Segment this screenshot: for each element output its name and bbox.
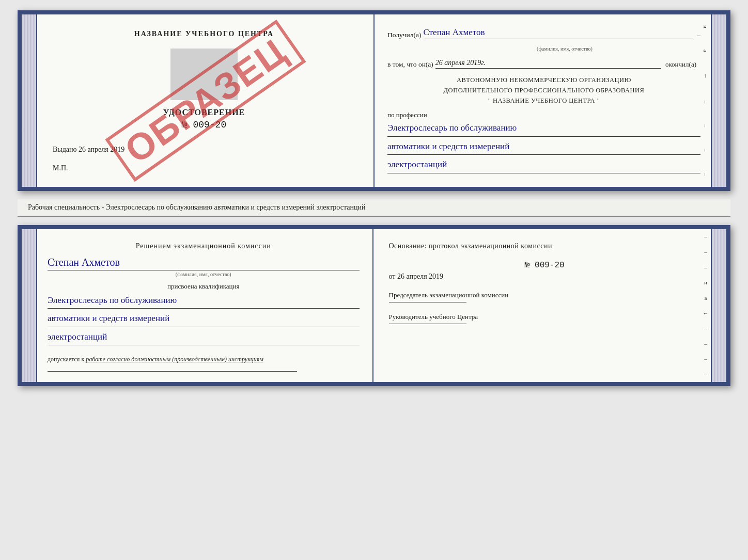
org-text: АВТОНОМНУЮ НЕКОММЕРЧЕСКУЮ ОРГАНИЗАЦИЮ ДО…	[387, 75, 700, 106]
right-page-top: Получил(а) Степан Ахметов – (фамилия, им…	[375, 14, 711, 187]
certificate-label: УДОСТОВЕРЕНИЕ	[48, 108, 361, 117]
certificate-number: № 009-20	[48, 120, 361, 130]
bottom-right-page: Основание: протокол экзаменационной коми…	[373, 229, 711, 382]
side-marks-bottom: – – – и а ← – – – –	[700, 229, 711, 382]
profession-label: по профессии	[387, 111, 700, 119]
received-name: Степан Ахметов	[424, 27, 693, 39]
obrazec-stamp: ОБРАЗЕЦ	[105, 20, 306, 182]
issued-line: Выдано 26 апреля 2019	[48, 146, 361, 154]
left-page-top: НАЗВАНИЕ УЧЕБНОГО ЦЕНТРА УДОСТОВЕРЕНИЕ №…	[37, 14, 375, 187]
profession-line3: электростанций	[387, 158, 700, 173]
spine-right	[711, 14, 726, 187]
in-that-line: в том, что он(а) 26 апреля 2019г. окончи…	[387, 59, 700, 69]
issued-label: Выдано	[53, 146, 77, 153]
chair-label: Председатель экзаменационной комиссии	[389, 291, 701, 299]
protocol-number: № 009-20	[389, 261, 701, 270]
photo-area	[170, 49, 238, 100]
director-label: Руководитель учебного Центра	[389, 313, 701, 321]
top-document: НАЗВАНИЕ УЧЕБНОГО ЦЕНТРА УДОСТОВЕРЕНИЕ №…	[18, 10, 730, 191]
spine-bottom-right	[711, 229, 726, 382]
bottom-document: Решением экзаменационной комиссии Степан…	[18, 225, 730, 387]
qual-line2: автоматики и средств измерений	[48, 312, 360, 327]
in-that-date: 26 апреля 2019г.	[435, 59, 661, 69]
finished-label: окончил(а)	[665, 60, 696, 69]
school-title-left: НАЗВАНИЕ УЧЕБНОГО ЦЕНТРА	[48, 30, 361, 38]
recipient-block: Получил(а) Степан Ахметов – (фамилия, им…	[387, 27, 700, 53]
bottom-name-sub: (фамилия, имя, отчество)	[48, 271, 360, 277]
director-sig-line	[389, 324, 466, 324]
received-sub: (фамилия, имя, отчество)	[429, 43, 700, 53]
spine-left	[22, 14, 37, 187]
side-marks-top: и а ← – – – –	[700, 14, 711, 187]
bottom-name: Степан Ахметов	[48, 257, 360, 270]
middle-label: Рабочая специальность - Электрослесарь п…	[18, 199, 730, 217]
received-line: Получил(а) Степан Ахметов –	[387, 27, 700, 39]
mp-line: М.П.	[48, 164, 361, 172]
qual-line3: электростанций	[48, 330, 360, 346]
from-date: 26 апреля 2019	[397, 273, 443, 280]
bottom-left-title: Решением экзаменационной комиссии	[48, 242, 360, 250]
protocol-date: от 26 апреля 2019	[389, 273, 701, 281]
qual-line1: Электрослесарь по обслуживанию	[48, 294, 360, 309]
profession-line2: автоматики и средств измерений	[387, 140, 700, 155]
assigned-label: присвоена квалификация	[48, 282, 360, 291]
allow-value: работе согласно должностным (производств…	[86, 356, 263, 363]
profession-line1: Электрослесарь по обслуживанию	[387, 121, 700, 137]
received-label: Получил(а)	[387, 31, 422, 39]
spine-bottom-left	[22, 229, 37, 382]
allow-label: допускается к	[48, 356, 84, 363]
from-label: от	[389, 273, 396, 280]
basis-label: Основание: протокол экзаменационной коми…	[389, 242, 701, 250]
allow-text: допускается к работе согласно должностны…	[48, 356, 360, 363]
issued-date: 26 апреля 2019	[79, 146, 124, 153]
in-that-label: в том, что он(а)	[387, 60, 433, 69]
bottom-left-page: Решением экзаменационной комиссии Степан…	[37, 229, 373, 382]
bottom-sig-line	[48, 371, 297, 372]
chair-sig-line	[389, 302, 466, 302]
